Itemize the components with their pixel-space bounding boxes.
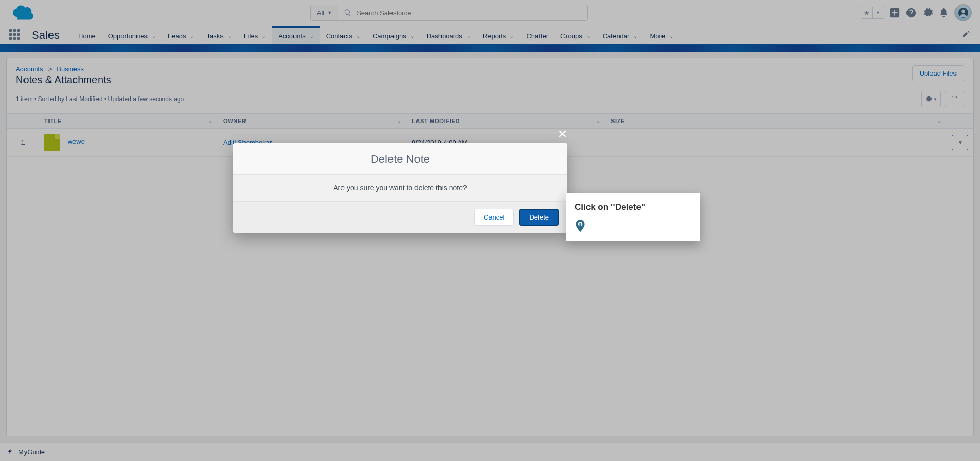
tooltip-text: Click on "Delete" bbox=[575, 202, 691, 212]
svg-text:G: G bbox=[579, 223, 581, 226]
modal-title: Delete Note bbox=[233, 143, 567, 175]
guide-tooltip: Click on "Delete" G bbox=[566, 193, 700, 241]
modal-body-text: Are you sure you want to delete this not… bbox=[233, 175, 567, 202]
delete-button[interactable]: Delete bbox=[519, 209, 559, 226]
delete-note-modal: Delete Note Are you sure you want to del… bbox=[233, 143, 567, 233]
close-icon: ✕ bbox=[558, 128, 567, 141]
cancel-button[interactable]: Cancel bbox=[474, 209, 514, 226]
myguide-pin-icon: G bbox=[575, 220, 586, 233]
modal-close-button[interactable]: ✕ bbox=[555, 127, 570, 142]
